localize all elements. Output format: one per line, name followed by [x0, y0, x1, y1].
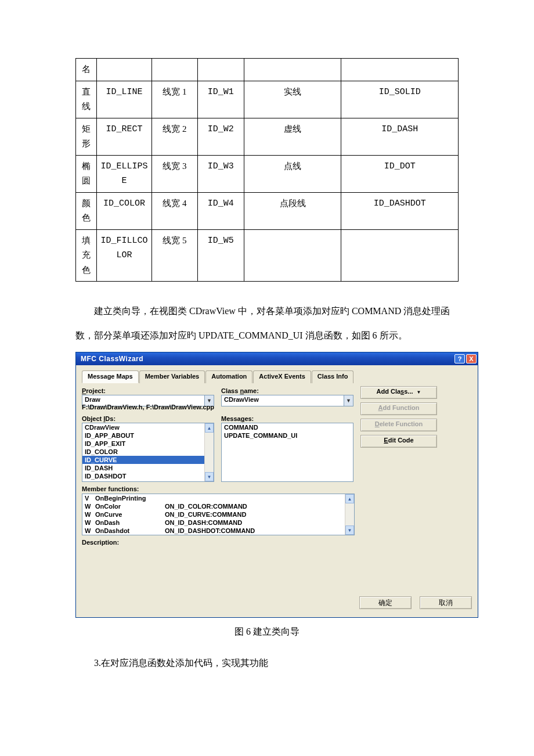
table-cell: 点段线 [244, 192, 341, 229]
list-item[interactable]: COMMAND [222, 423, 353, 431]
figure-caption: 图 6 建立类向导 [75, 626, 459, 638]
add-class-button[interactable]: Add Class...▼ [360, 386, 437, 399]
table-cell: ID_FILLCOLOR [97, 229, 152, 282]
project-label: Project: [82, 387, 214, 394]
table-cell: 线宽 1 [151, 81, 197, 118]
table-cell: 实线 [244, 81, 341, 118]
dialog-titlebar[interactable]: MFC ClassWizard ? X [76, 352, 478, 365]
dialog-title: MFC ClassWizard [81, 355, 453, 363]
menu-id-table: 名 直线 ID_LINE 线宽 1 ID_W1 实线 ID_SOLID 矩形 I… [75, 58, 459, 282]
help-icon[interactable]: ? [454, 354, 465, 363]
table-cell: 名 [76, 59, 97, 81]
scroll-up-icon[interactable]: ▲ [345, 494, 354, 503]
table-cell [341, 229, 459, 282]
list-item[interactable]: ID_CURVE [82, 456, 214, 464]
list-item[interactable]: ID_APP_ABOUT [82, 431, 214, 440]
table-cell [97, 59, 152, 81]
table-cell: 直线 [76, 81, 97, 118]
table-cell: 线宽 4 [151, 192, 197, 229]
table-cell: ID_ELLIPSE [97, 155, 152, 192]
table-cell: ID_SOLID [341, 81, 459, 118]
scroll-down-icon[interactable]: ▼ [345, 525, 354, 535]
tab-class-info[interactable]: Class Info [312, 370, 354, 383]
table-cell: ID_RECT [97, 118, 152, 155]
table-cell: ID_W5 [197, 229, 244, 282]
scrollbar[interactable]: ▲ ▼ [204, 423, 214, 481]
list-item[interactable]: ID_COLOR [82, 448, 214, 456]
close-icon[interactable]: X [466, 354, 477, 363]
scroll-down-icon[interactable]: ▼ [205, 472, 214, 481]
table-cell: 线宽 5 [151, 229, 197, 282]
table-cell [244, 229, 341, 282]
delete-function-button[interactable]: Delete Function [360, 419, 437, 431]
table-cell: ID_W4 [197, 192, 244, 229]
scrollbar[interactable]: ▲ ▼ [345, 494, 354, 535]
description-label: Description: [82, 539, 367, 546]
table-cell: 点线 [244, 155, 341, 192]
table-cell: ID_DOT [341, 155, 459, 192]
table-cell: ID_W1 [197, 81, 244, 118]
table-cell: 矩形 [76, 118, 97, 155]
tab-automation[interactable]: Automation [205, 370, 252, 383]
table-cell: 椭圆 [76, 155, 97, 192]
table-cell [197, 59, 244, 81]
tab-strip: Message Maps Member Variables Automation… [82, 370, 472, 383]
table-cell: 颜色 [76, 192, 97, 229]
tab-activex-events[interactable]: ActiveX Events [253, 370, 311, 383]
list-item[interactable]: UPDATE_COMMAND_UI [222, 431, 353, 440]
table-cell: ID_W3 [197, 155, 244, 192]
edit-code-button[interactable]: Edit Code [360, 435, 437, 448]
cancel-button[interactable]: 取消 [420, 596, 472, 609]
memberfuncs-label: Member functions: [82, 485, 367, 492]
source-path: F:\Draw\DrawView.h, F:\Draw\DrawView.cpp [82, 404, 367, 411]
messages-label: Messages: [221, 415, 353, 422]
classwizard-dialog: MFC ClassWizard ? X Message Maps Member … [75, 352, 478, 618]
table-cell: ID_COLOR [97, 192, 152, 229]
table-cell: 虚线 [244, 118, 341, 155]
table-cell: ID_LINE [97, 81, 152, 118]
add-function-button[interactable]: Add Function [360, 402, 437, 415]
classname-label: Class name: [221, 387, 353, 394]
tab-message-maps[interactable]: Message Maps [82, 370, 139, 383]
member-functions-listbox[interactable]: VOnBeginPrinting WOnColorON_ID_COLOR:COM… [82, 494, 355, 535]
list-item[interactable]: CDrawView [82, 423, 214, 431]
table-cell: ID_DASH [341, 118, 459, 155]
table-cell [341, 59, 459, 81]
table-cell: 线宽 3 [151, 155, 197, 192]
list-item[interactable]: ID_DASHDOT [82, 472, 214, 480]
scroll-up-icon[interactable]: ▲ [205, 423, 214, 433]
list-item[interactable]: WOnDashON_ID_DASH:COMMAND [82, 519, 354, 527]
scroll-track[interactable] [205, 433, 214, 472]
object-ids-listbox[interactable]: CDrawView ID_APP_ABOUT ID_APP_EXIT ID_CO… [82, 423, 214, 482]
tab-member-variables[interactable]: Member Variables [139, 370, 205, 383]
scroll-track[interactable] [345, 503, 354, 525]
table-cell: 线宽 2 [151, 118, 197, 155]
table-cell: ID_DASHDOT [341, 192, 459, 229]
ok-button[interactable]: 确定 [359, 596, 412, 609]
list-item[interactable]: ID_APP_EXIT [82, 440, 214, 448]
table-cell: ID_W2 [197, 118, 244, 155]
body-paragraph-1: 建立类向导，在视图类 CDrawView 中，对各菜单项添加对应旳 COMMAN… [75, 299, 459, 347]
list-item[interactable]: WOnCurveON_ID_CURVE:COMMAND [82, 510, 354, 519]
list-item[interactable]: WOnColorON_ID_COLOR:COMMAND [82, 502, 354, 510]
table-cell [244, 59, 341, 81]
messages-listbox[interactable]: COMMAND UPDATE_COMMAND_UI [221, 423, 353, 482]
list-item[interactable]: ID_DASH [82, 464, 214, 472]
table-cell: 填充色 [76, 229, 97, 282]
objectids-label: Object IDs: [82, 415, 214, 422]
list-item[interactable]: VOnBeginPrinting [82, 494, 354, 502]
body-paragraph-2: 3.在对应消息函数处添加代码，实现其功能 [75, 651, 459, 675]
list-item[interactable]: WOnDashdotON_ID_DASHDOT:COMMAND [82, 527, 354, 535]
table-cell [151, 59, 197, 81]
